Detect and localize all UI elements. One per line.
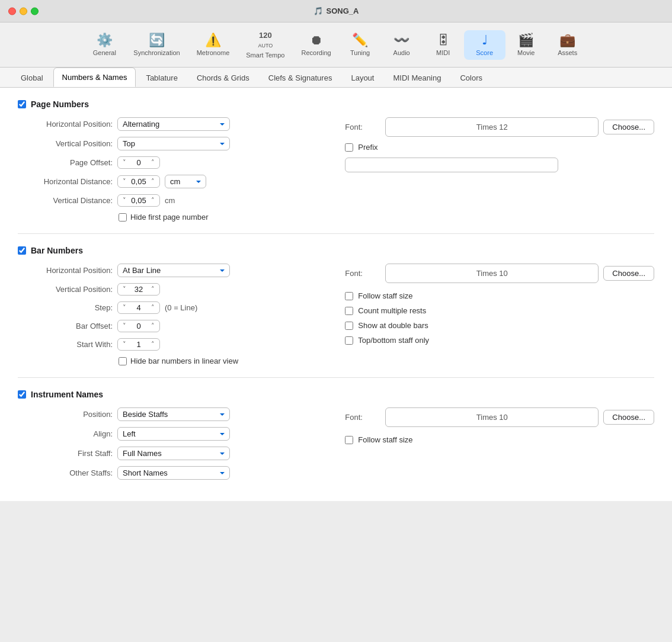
- hide-first-page-checkbox[interactable]: [119, 213, 127, 222]
- page-v-distance-stepper: ˅ 0,05 ˄: [117, 194, 160, 207]
- page-v-position-select[interactable]: Top Bottom: [117, 137, 230, 150]
- tab-clefs-signatures[interactable]: Clefs & Signatures: [260, 68, 341, 87]
- inst-other-staffs-select[interactable]: Short Names Full Names None: [117, 466, 230, 480]
- page-numbers-checkbox[interactable]: [18, 100, 26, 108]
- bar-offset-increment[interactable]: ˄: [150, 323, 156, 329]
- bar-start-with-increment[interactable]: ˄: [150, 341, 156, 348]
- bar-numbers-header: Bar Numbers: [18, 246, 654, 255]
- main-content: Page Numbers Horizontal Position: Altern…: [0, 88, 672, 501]
- page-prefix-input-row: [345, 158, 654, 172]
- inst-position-label: Position:: [18, 410, 113, 419]
- audio-icon: 〰️: [393, 34, 409, 47]
- bar-v-position-decrement[interactable]: ˅: [121, 286, 127, 293]
- toolbar-item-movie[interactable]: 🎬 Movie: [505, 30, 547, 60]
- inst-align-row: Align: Left Center Right: [18, 427, 321, 441]
- tuning-icon: ✏️: [352, 34, 368, 47]
- maximize-button[interactable]: [31, 7, 39, 15]
- inst-first-staff-select[interactable]: Full Names Short Names None: [117, 447, 230, 460]
- bar-v-position-label: Vertical Position:: [18, 285, 113, 294]
- bar-font-label: Font:: [345, 269, 380, 278]
- tab-midi-meaning[interactable]: MIDI Meaning: [384, 68, 450, 87]
- toolbar-item-recording[interactable]: ⏺ Recording: [293, 30, 340, 60]
- bar-v-position-increment[interactable]: ˄: [150, 286, 156, 293]
- smart-tempo-icon: 120AUTO: [258, 31, 273, 49]
- page-prefix-row: Prefix: [345, 143, 654, 152]
- toolbar-item-assets[interactable]: 💼 Assets: [547, 30, 588, 60]
- divider-1: [18, 233, 654, 234]
- page-offset-decrement[interactable]: ˅: [121, 159, 127, 166]
- bar-font-choose-button[interactable]: Choose...: [603, 266, 654, 281]
- page-h-distance-unit-select[interactable]: cm in mm: [165, 175, 206, 188]
- bar-numbers-title: Bar Numbers: [31, 246, 83, 255]
- inst-follow-staff-row: Follow staff size: [345, 435, 654, 444]
- bar-h-position-label: Horizontal Position:: [18, 266, 113, 275]
- inst-position-wrapper: Beside Staffs Above Staffs Below Staffs: [117, 407, 230, 421]
- bar-numbers-left: Horizontal Position: At Bar Line Left Ri…: [18, 264, 321, 365]
- page-numbers-right: Font: Times 12 Choose... Prefix: [345, 117, 654, 222]
- tab-global[interactable]: Global: [12, 68, 52, 87]
- bar-numbers-section: Bar Numbers Horizontal Position: At Bar …: [18, 246, 654, 365]
- inst-align-select[interactable]: Left Center Right: [117, 427, 230, 441]
- toolbar-item-score[interactable]: ♩ Score: [464, 30, 505, 60]
- bar-count-rests-row: Count multiple rests: [345, 306, 654, 315]
- close-button[interactable]: [8, 7, 16, 15]
- tab-layout[interactable]: Layout: [342, 68, 383, 87]
- page-font-row: Font: Times 12 Choose...: [345, 117, 654, 137]
- hide-linear-checkbox[interactable]: [119, 357, 127, 365]
- bar-numbers-checkbox[interactable]: [18, 246, 26, 255]
- page-v-distance-label: Vertical Distance:: [18, 196, 113, 205]
- toolbar: ⚙️ General 🔄 Synchronization ⚠️ Metronom…: [0, 23, 672, 68]
- bar-h-position-wrapper: At Bar Line Left Right: [117, 264, 230, 277]
- tab-colors[interactable]: Colors: [451, 68, 491, 87]
- inst-other-staffs-label: Other Staffs:: [18, 468, 113, 477]
- assets-icon: 💼: [559, 34, 575, 47]
- toolbar-item-general[interactable]: ⚙️ General: [84, 30, 125, 60]
- toolbar-item-tuning[interactable]: ✏️ Tuning: [340, 30, 381, 60]
- toolbar-item-midi[interactable]: 🎛 MIDI: [423, 30, 464, 60]
- bar-topbottom-label: Top/bottom staff only: [358, 336, 429, 345]
- bar-step-decrement[interactable]: ˅: [121, 304, 127, 311]
- tab-chords-grids[interactable]: Chords & Grids: [188, 68, 258, 87]
- page-v-distance-increment[interactable]: ˄: [150, 197, 156, 204]
- page-offset-increment[interactable]: ˄: [150, 159, 156, 166]
- page-h-distance-increment[interactable]: ˄: [150, 178, 156, 185]
- page-prefix-input[interactable]: [345, 158, 558, 172]
- toolbar-item-synchronization[interactable]: 🔄 Synchronization: [125, 30, 188, 60]
- hide-first-page-row: Hide first page number: [119, 213, 321, 222]
- bar-offset-row: Bar Offset: ˅ 0 ˄: [18, 320, 321, 332]
- bar-offset-label: Bar Offset:: [18, 322, 113, 330]
- traffic-lights: [8, 7, 39, 15]
- inst-position-select[interactable]: Beside Staffs Above Staffs Below Staffs: [117, 407, 230, 421]
- bar-v-position-stepper: ˅ 32 ˄: [117, 283, 160, 296]
- bar-start-with-decrement[interactable]: ˅: [121, 341, 127, 348]
- page-offset-label: Page Offset:: [18, 158, 113, 167]
- page-h-distance-decrement[interactable]: ˅: [121, 178, 127, 185]
- tab-numbers-names[interactable]: Numbers & Names: [53, 68, 136, 87]
- page-prefix-checkbox[interactable]: [345, 143, 353, 152]
- bar-show-double-row: Show at double bars: [345, 321, 654, 330]
- tab-tablature[interactable]: Tablature: [137, 68, 186, 87]
- inst-follow-staff-checkbox[interactable]: [345, 436, 353, 444]
- bar-h-position-select[interactable]: At Bar Line Left Right: [117, 264, 230, 277]
- metronome-icon: ⚠️: [205, 34, 221, 47]
- bar-follow-staff-checkbox[interactable]: [345, 292, 353, 300]
- bar-count-rests-checkbox[interactable]: [345, 307, 353, 315]
- minimize-button[interactable]: [20, 7, 27, 15]
- page-font-display: Times 12: [385, 117, 599, 137]
- toolbar-item-metronome[interactable]: ⚠️ Metronome: [188, 30, 238, 60]
- page-h-position-select[interactable]: Alternating Left Right Center: [117, 117, 230, 131]
- bar-offset-decrement[interactable]: ˅: [121, 323, 127, 329]
- toolbar-item-audio[interactable]: 〰️ Audio: [381, 30, 423, 60]
- bar-show-double-checkbox[interactable]: [345, 322, 353, 330]
- page-font-choose-button[interactable]: Choose...: [603, 120, 654, 134]
- bar-topbottom-checkbox[interactable]: [345, 336, 353, 345]
- instrument-names-checkbox[interactable]: [18, 390, 26, 399]
- toolbar-item-smart-tempo[interactable]: 120AUTO Smart Tempo: [238, 27, 293, 62]
- bar-step-increment[interactable]: ˄: [150, 304, 156, 311]
- inst-font-choose-button[interactable]: Choose...: [603, 410, 654, 425]
- hide-linear-label: Hide bar numbers in linear view: [130, 357, 238, 365]
- page-v-distance-decrement[interactable]: ˅: [121, 197, 127, 204]
- page-v-position-wrapper: Top Bottom: [117, 137, 230, 150]
- divider-2: [18, 377, 654, 378]
- inst-font-label: Font:: [345, 413, 380, 422]
